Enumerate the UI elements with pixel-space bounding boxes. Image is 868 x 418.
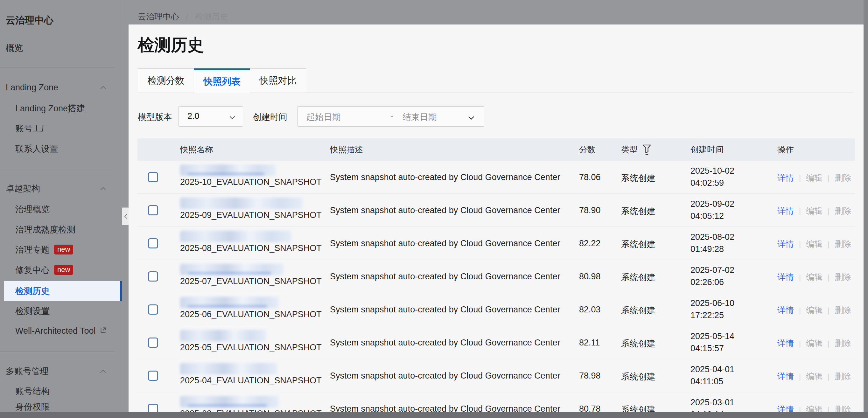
table-row: 2025-06_EVALUATION_SNAPSHOT System snaps… [137, 293, 855, 326]
sidebar-item-detection-history[interactable]: 检测历史 [15, 286, 50, 296]
edit-link[interactable]: 编辑 [806, 173, 823, 183]
snapshot-created: 2025-05-1404:15:57 [690, 330, 734, 354]
sidebar-item-contact-settings[interactable]: 联系人设置 [15, 143, 58, 154]
model-version-label: 模型版本 [138, 111, 172, 123]
table-header: 快照名称 快照描述 分数 类型 创建时间 操作 [137, 138, 855, 161]
delete-link[interactable]: 删除 [835, 272, 851, 282]
detail-link[interactable]: 详情 [777, 173, 794, 183]
detail-link[interactable]: 详情 [777, 206, 794, 216]
snapshot-desc: System snapshot auto-created by Cloud Go… [330, 272, 560, 282]
row-actions: 详情|编辑|删除 [777, 371, 851, 382]
sidebar-item-detection-settings[interactable]: 检测设置 [15, 306, 50, 317]
sidebar-section-multi-account[interactable]: 多账号管理 [6, 366, 49, 377]
created-date: 2025-06-10 [690, 297, 734, 309]
redacted-name [180, 297, 279, 308]
row-checkbox[interactable] [148, 238, 158, 249]
detail-link[interactable]: 详情 [777, 372, 794, 381]
tab-snapshot-list[interactable]: 快照列表 [194, 68, 250, 93]
created-time: 17:22:25 [690, 309, 734, 321]
sidebar-item-account-structure[interactable]: 账号结构 [15, 386, 50, 397]
breadcrumb-root[interactable]: 云治理中心 [138, 12, 179, 21]
snapshot-created: 2025-09-0204:05:12 [690, 198, 734, 222]
edit-link[interactable]: 编辑 [806, 272, 823, 282]
created-time: 01:49:28 [690, 243, 734, 255]
delete-link[interactable]: 删除 [835, 306, 851, 315]
model-version-select[interactable]: 2.0 [178, 106, 243, 127]
sidebar-item-account-factory[interactable]: 账号工厂 [15, 123, 50, 134]
tab-snapshot-compare[interactable]: 快照对比 [250, 68, 306, 93]
delete-link[interactable]: 删除 [835, 173, 851, 183]
sidebar-item-maturity-detection[interactable]: 治理成熟度检测 [15, 224, 75, 235]
action-separator: | [828, 174, 830, 182]
edit-link[interactable]: 编辑 [806, 206, 823, 216]
new-badge: new [54, 265, 73, 275]
snapshot-score: 78.98 [579, 371, 601, 381]
sidebar-section-landing-zone[interactable]: Landing Zone [6, 82, 58, 93]
row-checkbox[interactable] [148, 304, 158, 315]
detail-link[interactable]: 详情 [777, 339, 794, 348]
snapshot-name[interactable]: 2025-08_EVALUATION_SNAPSHOT [180, 243, 322, 253]
action-separator: | [828, 273, 830, 282]
row-checkbox[interactable] [148, 371, 158, 381]
created-date: 2025-07-02 [690, 264, 734, 276]
redacted-name [180, 164, 276, 176]
row-checkbox[interactable] [148, 337, 158, 348]
row-checkbox[interactable] [148, 205, 158, 215]
snapshot-name[interactable]: 2025-10_EVALUATION_SNAPSHOT [180, 177, 322, 187]
redacted-name [180, 264, 283, 275]
snapshot-desc: System snapshot auto-created by Cloud Go… [330, 205, 560, 215]
model-version-value: 2.0 [187, 111, 199, 121]
sidebar-item-identity-permission[interactable]: 身份权限 [15, 401, 50, 412]
external-link-icon [99, 326, 107, 334]
snapshot-name[interactable]: 2025-05_EVALUATION_SNAPSHOT [180, 343, 322, 352]
snapshot-name[interactable]: 2025-09_EVALUATION_SNAPSHOT [180, 210, 322, 220]
redacted-name [180, 330, 266, 341]
sidebar-item-well-architected-tool[interactable]: Well-Architected Tool [15, 325, 107, 336]
column-header-type: 类型 [621, 144, 638, 155]
snapshot-created: 2025-08-0201:49:28 [690, 231, 734, 255]
breadcrumb-current: 检测历史 [195, 12, 228, 21]
row-actions: 详情|编辑|删除 [777, 338, 851, 349]
edit-link[interactable]: 编辑 [806, 339, 823, 348]
action-separator: | [828, 207, 830, 215]
sidebar-item-governance-topics[interactable]: 治理专题new [15, 244, 73, 255]
snapshot-desc: System snapshot auto-created by Cloud Go… [330, 338, 560, 348]
edit-link[interactable]: 编辑 [806, 306, 823, 315]
delete-link[interactable]: 删除 [835, 206, 851, 216]
table-row: 2025-04_EVALUATION_SNAPSHOT System snaps… [137, 359, 855, 392]
edit-link[interactable]: 编辑 [806, 239, 823, 249]
sidebar: 云治理中心 概览 Landing Zone Landing Zone搭建 账号工… [0, 0, 122, 418]
snapshot-name[interactable]: 2025-06_EVALUATION_SNAPSHOT [180, 310, 322, 319]
sidebar-item-governance-overview[interactable]: 治理概览 [15, 204, 50, 215]
detail-link[interactable]: 详情 [777, 306, 794, 315]
tab-detection-score[interactable]: 检测分数 [138, 68, 194, 93]
created-time: 04:11:05 [690, 375, 734, 387]
snapshot-name[interactable]: 2025-04_EVALUATION_SNAPSHOT [180, 376, 322, 386]
action-separator: | [828, 372, 830, 381]
sidebar-item-overview[interactable]: 概览 [6, 43, 23, 54]
sidebar-item-repair-center[interactable]: 修复中心new [15, 265, 73, 276]
scrollbar[interactable] [864, 0, 868, 412]
snapshot-desc: System snapshot auto-created by Cloud Go… [330, 371, 560, 381]
snapshot-name[interactable]: 2025-07_EVALUATION_SNAPSHOT [180, 277, 322, 286]
date-range-picker[interactable]: 起始日期 - 结束日期 [297, 106, 484, 127]
sidebar-item-landing-zone-setup[interactable]: Landing Zone搭建 [15, 103, 85, 114]
sidebar-section-well-architected[interactable]: 卓越架构 [6, 183, 40, 194]
column-header-ops: 操作 [777, 144, 794, 155]
edit-link[interactable]: 编辑 [806, 372, 823, 381]
detail-link[interactable]: 详情 [777, 272, 794, 282]
sidebar-item-label: 修复中心 [15, 265, 50, 275]
snapshot-score: 78.90 [579, 205, 601, 215]
delete-link[interactable]: 删除 [835, 372, 851, 381]
created-time: 04:02:59 [690, 177, 734, 189]
row-checkbox[interactable] [148, 172, 158, 182]
delete-link[interactable]: 删除 [835, 239, 851, 249]
detail-link[interactable]: 详情 [777, 239, 794, 249]
redacted-name [180, 197, 303, 209]
sidebar-title: 云治理中心 [6, 14, 54, 27]
snapshot-created: 2025-06-1017:22:25 [690, 297, 734, 321]
delete-link[interactable]: 删除 [835, 339, 851, 348]
row-checkbox[interactable] [148, 271, 158, 282]
sidebar-divider [0, 352, 115, 352]
funnel-icon[interactable] [642, 143, 652, 156]
